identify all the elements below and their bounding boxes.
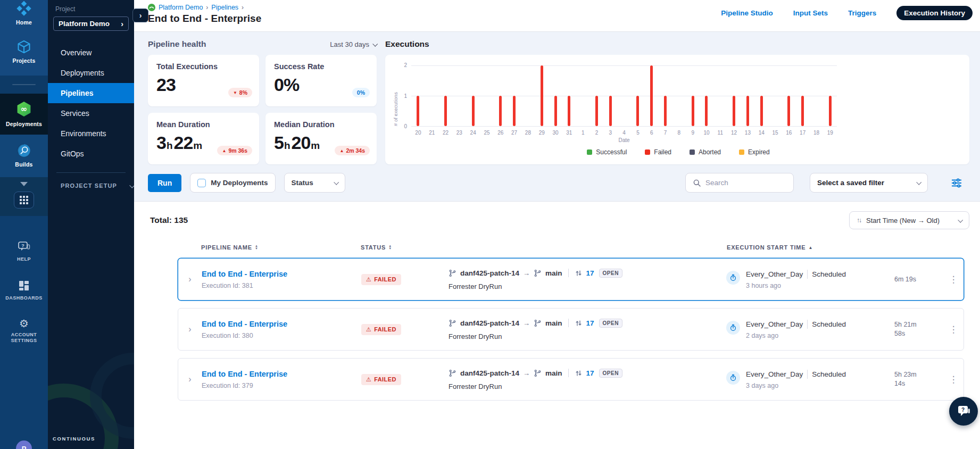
source-branch[interactable]: danf425-patch-14	[460, 369, 519, 377]
trigger-name[interactable]: Every_Other_Day	[746, 270, 803, 278]
execution-row[interactable]: › End to End - Enterprise Execution Id: …	[178, 258, 964, 301]
trigger-type: Scheduled	[812, 270, 846, 278]
my-deployments-toggle[interactable]: My Deployments	[190, 173, 275, 193]
tab-pipeline-studio[interactable]: Pipeline Studio	[721, 9, 773, 17]
tab-execution-history[interactable]: Execution History	[896, 6, 973, 20]
search-input[interactable]	[705, 179, 780, 187]
target-branch[interactable]: main	[545, 369, 562, 377]
project-setup-toggle[interactable]: PROJECT SETUP	[48, 182, 134, 189]
chevron-down-icon[interactable]	[20, 182, 28, 186]
tab-triggers[interactable]: Triggers	[848, 9, 876, 17]
bar-column	[672, 65, 686, 126]
failed-bar	[746, 96, 749, 126]
pipeline-name-link[interactable]: End to End - Enterprise	[202, 270, 361, 278]
sidebar-item-label: DASHBOARDS	[5, 295, 43, 301]
sidebar-item-projects[interactable]: Projects	[12, 39, 35, 64]
sidebar-item-home[interactable]: Home	[16, 1, 32, 26]
x-axis-title: Date	[411, 137, 837, 143]
gridline	[411, 126, 837, 127]
sidebar-item-account-settings[interactable]: ⚙ ACCOUNT SETTINGS	[5, 318, 43, 344]
module-launcher-button[interactable]	[14, 192, 34, 209]
row-menu-kebab-icon[interactable]: ⋮	[943, 324, 964, 335]
breadcrumb-project[interactable]: Platform Demo	[159, 4, 203, 11]
sidebar-item-pipelines[interactable]: Pipelines	[48, 83, 134, 103]
dashboards-icon	[18, 279, 30, 292]
target-branch[interactable]: main	[545, 319, 562, 327]
trigger-name[interactable]: Every_Other_Day	[746, 320, 803, 328]
sidebar-item-builds[interactable]: Builds	[15, 143, 32, 168]
pr-number-link[interactable]: 17	[586, 269, 594, 277]
sidebar-item-overview[interactable]: Overview	[48, 43, 134, 63]
filter-panel-button[interactable]	[950, 177, 963, 189]
legend-swatch	[587, 149, 592, 155]
x-tick-label: 8	[672, 130, 686, 136]
sidebar-collapse-button[interactable]: ›	[132, 9, 148, 22]
sidebar-item-dashboards[interactable]: DASHBOARDS	[5, 279, 43, 301]
execution-row[interactable]: › End to End - Enterprise Execution Id: …	[178, 358, 964, 401]
card-label: Mean Duration	[156, 120, 252, 129]
expand-chevron-icon[interactable]: ›	[178, 275, 202, 284]
target-branch[interactable]: main	[545, 269, 562, 277]
git-branch-icon	[449, 369, 456, 377]
source-branch[interactable]: danf425-patch-14	[460, 319, 519, 327]
bar-column	[741, 65, 755, 126]
x-tick-label: 3	[603, 130, 617, 136]
search-box[interactable]	[685, 173, 794, 193]
sidebar-item-help[interactable]: ? HELP	[17, 240, 31, 262]
row-menu-kebab-icon[interactable]: ⋮	[943, 274, 964, 285]
legend-failed: Failed	[645, 148, 671, 156]
project-selector[interactable]: Platform Demo ›	[53, 16, 129, 31]
time-range-dropdown[interactable]: Last 30 days	[330, 40, 377, 48]
executions-bar-chart: # of executions 210 20212223242526272829…	[393, 62, 964, 143]
project-selector-name: Platform Demo	[59, 20, 110, 28]
breadcrumb-pipelines[interactable]: Pipelines	[211, 4, 238, 11]
run-button[interactable]: Run	[148, 174, 181, 192]
status-dropdown[interactable]: Status	[284, 173, 345, 193]
expand-chevron-icon[interactable]: ›	[178, 325, 202, 334]
x-tick-label: 10	[700, 130, 713, 136]
failed-bar	[650, 65, 653, 126]
commit-message: Forrester DryRun	[449, 332, 719, 340]
warning-icon: ⚠	[366, 376, 371, 383]
sort-value: Start Time (New → Old)	[866, 217, 940, 224]
sort-dropdown[interactable]: ↑↓ Start Time (New → Old)	[849, 211, 969, 229]
my-deployments-label: My Deployments	[211, 179, 268, 187]
sidebar-item-services[interactable]: Services	[48, 103, 134, 123]
pipeline-name-link[interactable]: End to End - Enterprise	[202, 320, 361, 328]
filter-toolbar: Run My Deployments Status Select a saved…	[148, 173, 969, 193]
pipeline-name-link[interactable]: End to End - Enterprise	[202, 370, 361, 378]
x-tick-label: 7	[659, 130, 672, 136]
pr-number-link[interactable]: 17	[586, 319, 594, 327]
card-label: Success Rate	[274, 62, 369, 71]
status-cell: ⚠ FAILED	[361, 274, 449, 285]
row-menu-kebab-icon[interactable]: ⋮	[943, 374, 964, 385]
saved-filter-dropdown[interactable]: Select a saved filter	[810, 173, 928, 193]
pr-number-link[interactable]: 17	[586, 369, 594, 377]
tab-input-sets[interactable]: Input Sets	[793, 9, 828, 17]
sidebar-item-deployments[interactable]: Deployments	[48, 63, 134, 83]
expand-chevron-icon[interactable]: ›	[178, 375, 202, 384]
column-header-execution-start-time[interactable]: EXECUTION START TIME ▲	[719, 244, 895, 251]
failed-bar	[417, 96, 419, 126]
column-header-status[interactable]: STATUS ▲▼	[361, 244, 448, 251]
svg-text:?: ?	[21, 243, 24, 248]
commit-message: Forrester DryRun	[449, 383, 719, 390]
support-chat-button[interactable]: ?	[949, 397, 978, 426]
column-header-pipeline-name[interactable]: PIPELINE NAME ▲▼	[201, 244, 361, 251]
trigger-name[interactable]: Every_Other_Day	[746, 370, 803, 378]
my-deployments-checkbox[interactable]	[197, 179, 206, 187]
failed-bar	[760, 96, 763, 126]
x-tick-label: 1	[576, 130, 590, 136]
sidebar-item-environments[interactable]: Environments	[48, 123, 134, 144]
chevron-down-icon	[372, 41, 378, 46]
execution-row[interactable]: › End to End - Enterprise Execution Id: …	[178, 308, 964, 351]
bar-column	[617, 65, 631, 126]
failed-bar	[568, 96, 570, 126]
table-body: › End to End - Enterprise Execution Id: …	[178, 258, 964, 401]
sidebar-item-gitops[interactable]: GitOps	[48, 144, 134, 164]
sidebar-item-deployments[interactable]: ∞ Deployments	[6, 101, 42, 127]
source-branch[interactable]: danf425-patch-14	[460, 269, 519, 277]
executions-section: Executions # of executions 210	[385, 38, 969, 164]
chevron-down-icon	[334, 180, 339, 185]
git-branch-icon	[449, 319, 456, 327]
